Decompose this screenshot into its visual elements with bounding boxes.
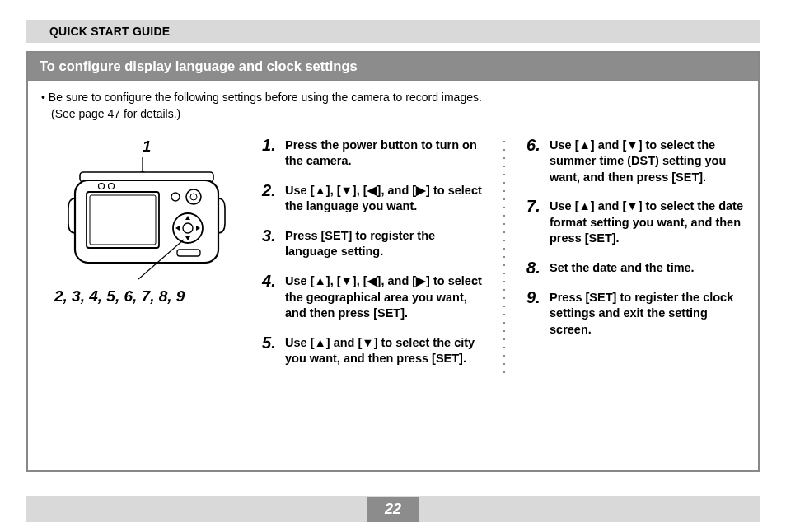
section-title: To configure display language and clock … (28, 53, 758, 81)
section-note: • Be sure to configure the following set… (28, 81, 758, 124)
note-line-1: • Be sure to configure the following set… (41, 89, 745, 105)
svg-point-10 (183, 223, 193, 233)
dotted-divider (502, 138, 507, 380)
step-3: Press [SET] to register the language set… (262, 228, 482, 260)
step-5: Use [▲] and [▼] to select the city you w… (262, 335, 482, 367)
camera-illustration (60, 157, 233, 281)
svg-point-8 (171, 193, 180, 201)
page-number: 22 (367, 497, 419, 522)
steps-columns: Press the power button to turn on the ca… (262, 129, 746, 452)
camera-figure: 1 (40, 138, 254, 306)
svg-point-7 (190, 194, 197, 200)
chapter-header: QUICK START GUIDE (26, 20, 760, 43)
svg-point-15 (99, 183, 105, 189)
step-7: Use [▲] and [▼] to select the date forma… (526, 198, 746, 247)
steps-list-1: Press the power button to turn on the ca… (262, 138, 482, 367)
step-6: Use [▲] and [▼] to select the summer tim… (526, 138, 746, 186)
step-2: Use [▲], [▼], [◀], and [▶] to select the… (262, 183, 482, 215)
svg-point-16 (109, 183, 115, 189)
svg-rect-5 (90, 195, 156, 245)
steps-right-col: Use [▲] and [▼] to select the summer tim… (526, 138, 746, 380)
step-1: Press the power button to turn on the ca… (262, 138, 482, 170)
figure-column: 1 (40, 129, 262, 452)
step-4: Use [▲], [▼], [◀], and [▶] to select the… (262, 273, 482, 322)
svg-rect-17 (177, 250, 200, 256)
footer-bar: 22 (26, 496, 760, 522)
figure-label-bottom: 2, 3, 4, 5, 6, 7, 8, 9 (40, 287, 254, 306)
main-panel: To configure display language and clock … (26, 51, 760, 472)
step-9: Press [SET] to register the clock settin… (526, 290, 746, 338)
figure-label-top: 1 (40, 138, 254, 156)
steps-list-2: Use [▲] and [▼] to select the summer tim… (526, 138, 746, 338)
page-root: QUICK START GUIDE To configure display l… (0, 0, 786, 532)
step-8: Set the date and the time. (526, 260, 746, 277)
section-body: 1 (28, 124, 758, 470)
note-line-2: (See page 47 for details.) (41, 105, 745, 122)
steps-left-col: Press the power button to turn on the ca… (262, 138, 482, 380)
